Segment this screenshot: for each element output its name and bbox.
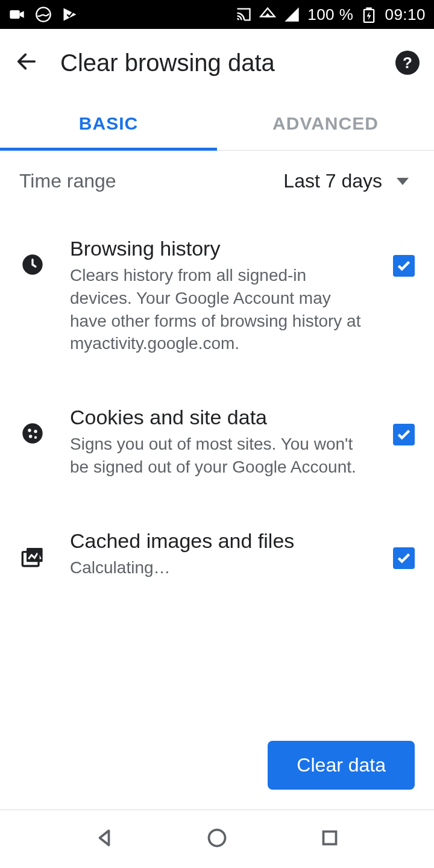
check-icon <box>396 258 412 274</box>
nav-recent-button[interactable] <box>319 827 341 851</box>
option-title: Cookies and site data <box>70 406 369 429</box>
globe-icon <box>35 6 52 23</box>
time-range-value: Last 7 days <box>283 170 382 192</box>
svg-point-7 <box>34 430 37 433</box>
cookie-icon <box>19 406 46 445</box>
option-title: Browsing history <box>70 237 369 260</box>
status-bar: 100 % 09:10 <box>0 0 434 29</box>
images-icon <box>19 529 46 569</box>
page-title: Clear browsing data <box>60 49 374 77</box>
option-cache[interactable]: Cached images and files Calculating… <box>19 504 415 605</box>
help-button[interactable]: ? <box>395 51 420 75</box>
tab-basic[interactable]: BASIC <box>0 96 217 150</box>
clock-time: 09:10 <box>385 5 426 24</box>
option-browsing-history[interactable]: Browsing history Clears history from all… <box>19 212 415 380</box>
cast-icon <box>235 6 252 23</box>
svg-point-8 <box>29 435 32 438</box>
svg-point-9 <box>34 436 37 439</box>
checkbox-cache[interactable] <box>393 547 415 569</box>
clear-data-button[interactable]: Clear data <box>268 741 415 790</box>
tab-advanced[interactable]: ADVANCED <box>217 96 434 150</box>
check-icon <box>396 550 412 566</box>
option-desc: Calculating… <box>70 556 369 579</box>
time-range-label: Time range <box>19 170 116 192</box>
triangle-back-icon <box>93 827 115 849</box>
svg-rect-0 <box>10 10 19 19</box>
play-check-icon <box>61 6 78 23</box>
question-icon: ? <box>403 54 412 72</box>
svg-point-6 <box>28 429 31 432</box>
checkbox-browsing-history[interactable] <box>393 255 415 277</box>
check-icon <box>396 427 412 442</box>
svg-rect-13 <box>323 832 336 844</box>
app-bar: Clear browsing data ? <box>0 29 434 96</box>
chevron-down-icon <box>397 178 409 185</box>
svg-point-5 <box>22 424 42 444</box>
video-icon <box>8 6 25 23</box>
option-desc: Clears history from all signed-in device… <box>70 264 369 355</box>
tab-advanced-label: ADVANCED <box>272 113 379 134</box>
wifi-icon <box>259 6 276 23</box>
clock-icon <box>19 237 46 277</box>
battery-charging-icon <box>360 6 377 23</box>
svg-point-12 <box>209 830 225 846</box>
arrow-left-icon <box>14 49 39 74</box>
signal-icon <box>283 6 300 23</box>
checkbox-cookies[interactable] <box>393 424 415 445</box>
square-recent-icon <box>319 827 341 849</box>
nav-back-button[interactable] <box>93 827 115 851</box>
battery-percent: 100 % <box>307 5 353 24</box>
time-range-dropdown[interactable]: Time range Last 7 days <box>0 151 434 212</box>
back-button[interactable] <box>14 49 39 76</box>
system-nav-bar <box>0 810 434 868</box>
svg-rect-10 <box>27 548 43 562</box>
option-desc: Signs you out of most sites. You won't b… <box>70 433 369 479</box>
option-title: Cached images and files <box>70 529 369 553</box>
tabs: BASIC ADVANCED <box>0 96 434 151</box>
option-cookies[interactable]: Cookies and site data Signs you out of m… <box>19 380 415 504</box>
circle-home-icon <box>206 827 228 849</box>
nav-home-button[interactable] <box>206 827 228 851</box>
tab-basic-label: BASIC <box>79 113 138 134</box>
